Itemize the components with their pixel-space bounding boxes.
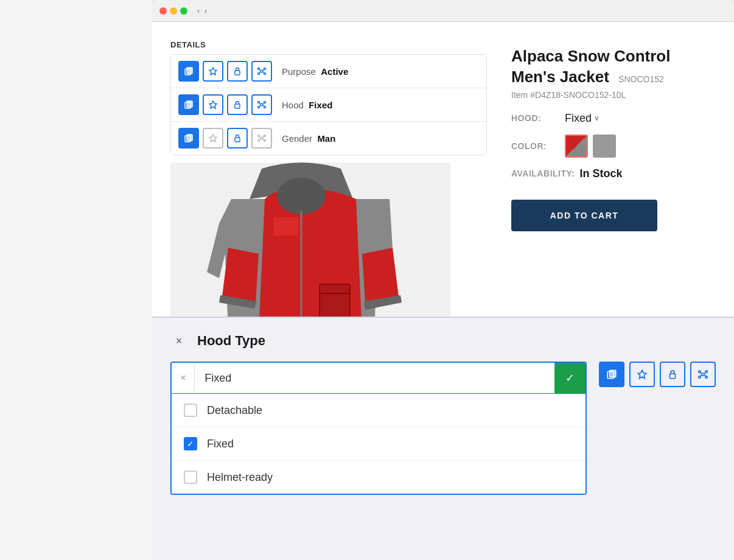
add-to-cart-button[interactable]: ADD TO CART [511, 200, 657, 231]
svg-point-19 [260, 103, 263, 106]
dropdown-search-bar: × ✓ [172, 363, 585, 394]
copy-icon-2[interactable] [178, 94, 199, 115]
availability-value: In Stock [580, 167, 623, 180]
svg-rect-47 [274, 217, 298, 236]
traffic-light-red[interactable] [159, 7, 167, 15]
svg-line-11 [263, 70, 264, 71]
detail-icons-purpose [178, 61, 272, 82]
option-helmet-ready-label: Helmet-ready [207, 471, 273, 484]
hood-attribute: HOOD: Fixed ∨ [511, 112, 706, 125]
lock-icon-3[interactable] [227, 128, 248, 149]
svg-line-24 [259, 103, 260, 105]
svg-point-56 [699, 376, 701, 378]
overlay-close-button[interactable]: × [170, 332, 187, 349]
checkbox-helmet-ready[interactable] [184, 471, 197, 484]
svg-rect-4 [235, 71, 240, 75]
option-fixed[interactable]: ✓ Fixed [172, 427, 585, 461]
option-helmet-ready[interactable]: Helmet-ready [172, 461, 585, 494]
dropdown-search-input[interactable] [195, 363, 554, 393]
product-sku: SNOCO152 [618, 74, 664, 84]
overlay-lock-icon[interactable] [660, 362, 685, 387]
option-detachable[interactable]: Detachable [172, 394, 585, 427]
browser-window: DETAILS [152, 22, 734, 560]
copy-icon-1[interactable] [178, 61, 199, 82]
overlay-copy-icon[interactable] [599, 362, 624, 387]
svg-point-34 [258, 135, 260, 137]
detail-icons-hood [178, 94, 272, 115]
svg-point-7 [264, 68, 266, 70]
network-icon-3-muted[interactable] [251, 128, 272, 149]
traffic-light-yellow[interactable] [170, 7, 177, 15]
svg-line-38 [259, 137, 260, 138]
nav-arrows: ‹ › [196, 7, 208, 15]
overlay-network-icon[interactable] [690, 362, 716, 387]
product-item-number: Item #D4Z18-SNOCO152-10L [511, 90, 706, 100]
svg-point-22 [258, 107, 260, 108]
svg-point-33 [260, 137, 263, 139]
detail-row-purpose: Purpose Active [171, 55, 486, 88]
svg-rect-45 [320, 284, 350, 321]
lock-icon-2[interactable] [227, 94, 248, 115]
hood-attr-label: HOOD: [511, 113, 560, 123]
star-icon-1[interactable] [203, 61, 223, 82]
hood-dropdown[interactable]: Fixed ∨ [565, 112, 599, 125]
overlay-star-icon[interactable] [629, 362, 655, 387]
svg-point-57 [705, 376, 707, 378]
svg-marker-3 [209, 68, 217, 75]
copy-icon-3[interactable] [178, 128, 199, 149]
svg-point-6 [258, 68, 260, 70]
dropdown-options-list: Detachable ✓ Fixed Helmet-ready [172, 394, 585, 494]
overlay-content: × ✓ Detachable ✓ Fixed Helmet-re [170, 362, 716, 495]
color-attr-label: COLOR: [511, 141, 560, 151]
svg-line-26 [259, 105, 260, 107]
svg-rect-49 [610, 370, 616, 377]
svg-marker-31 [209, 135, 217, 142]
traffic-light-green[interactable] [180, 7, 187, 15]
overlay-title: Hood Type [197, 333, 265, 349]
dropdown-confirm-button[interactable]: ✓ [554, 363, 585, 393]
dropdown-clear-icon[interactable]: × [172, 365, 195, 391]
svg-line-61 [704, 375, 705, 376]
nav-back[interactable]: ‹ [196, 7, 201, 15]
hood-type-dropdown: × ✓ Detachable ✓ Fixed Helmet-re [170, 362, 587, 495]
svg-rect-15 [187, 101, 192, 107]
color-swatch-red-grey[interactable] [565, 135, 588, 158]
network-icon-1[interactable] [251, 61, 272, 82]
product-title: Alpaca Snow Control Men's Jacket SNOCO15… [511, 46, 706, 88]
checkbox-fixed[interactable]: ✓ [184, 437, 197, 450]
details-label: DETAILS [170, 40, 487, 49]
star-icon-3-muted[interactable] [203, 128, 223, 149]
availability-attribute: AVAILABILITY: In Stock [511, 167, 706, 180]
svg-marker-51 [638, 370, 646, 379]
hood-attr-value: Fixed [565, 112, 592, 125]
option-detachable-label: Detachable [207, 404, 262, 417]
svg-marker-17 [209, 101, 217, 108]
overlay-header: × Hood Type [170, 332, 716, 349]
color-attribute: COLOR: [511, 135, 706, 158]
svg-line-39 [263, 137, 264, 138]
overlay-panel: × Hood Type × ✓ Detachable ✓ Fixed [152, 317, 734, 560]
svg-point-35 [264, 135, 266, 137]
purpose-text: Purpose Active [282, 66, 348, 77]
svg-point-9 [264, 73, 266, 75]
svg-line-27 [263, 105, 264, 107]
option-fixed-label: Fixed [207, 438, 234, 450]
nav-forward[interactable]: › [203, 7, 208, 15]
star-icon-2[interactable] [203, 94, 223, 115]
svg-point-37 [264, 140, 266, 142]
svg-point-23 [264, 107, 266, 108]
traffic-lights [159, 7, 187, 15]
svg-line-60 [701, 375, 702, 376]
checkbox-detachable[interactable] [184, 404, 197, 417]
availability-label: AVAILABILITY: [511, 169, 575, 178]
lock-icon-1[interactable] [227, 61, 248, 82]
color-swatches [565, 135, 616, 158]
svg-point-36 [258, 140, 260, 142]
svg-line-10 [259, 70, 260, 71]
browser-chrome: ‹ › [152, 0, 734, 22]
color-swatch-grey[interactable] [593, 135, 616, 158]
left-sidebar [0, 0, 152, 560]
overlay-icons [599, 362, 716, 387]
svg-rect-32 [235, 138, 240, 142]
network-icon-2[interactable] [251, 94, 272, 115]
